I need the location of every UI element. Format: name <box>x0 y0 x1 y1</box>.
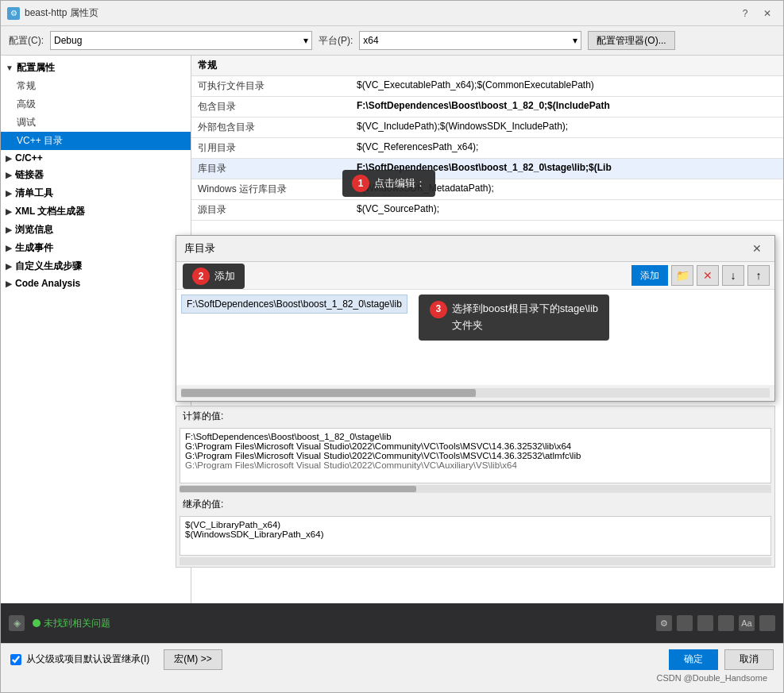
sidebar-item-linker[interactable]: ▶ 链接器 <box>1 166 191 184</box>
config-manager-button[interactable]: 配置管理器(O)... <box>588 31 674 50</box>
prop-name-lib: 库目录 <box>191 159 350 179</box>
prop-name-ref: 引用目录 <box>191 138 350 159</box>
prop-name-ext-include: 外部包含目录 <box>191 117 350 138</box>
expand-arrow-icon: ▼ <box>6 64 14 72</box>
table-row[interactable]: 源目录 $(VC_SourcePath); <box>191 200 783 221</box>
cpp-arrow-icon: ▶ <box>6 154 12 163</box>
code-analysis-label: Code Analysis <box>15 278 80 289</box>
sidebar-item-general[interactable]: 常规 <box>1 77 191 95</box>
code-analysis-arrow-icon: ▶ <box>6 279 12 288</box>
table-row[interactable]: 可执行文件目录 $(VC_ExecutablePath_x64);$(Commo… <box>191 76 783 97</box>
bottom-icon-1: ◈ <box>9 615 25 631</box>
status-text: 未找到相关问题 <box>33 617 110 630</box>
manifest-arrow-icon: ▶ <box>6 189 12 198</box>
config-label: 配置(C): <box>9 34 44 48</box>
sidebar-item-vcpp-dirs[interactable]: VC++ 目录 <box>1 132 191 150</box>
footer-left: 从父级或项目默认设置继承(I) 宏(M) >> <box>10 649 222 670</box>
title-bar: ⚙ beast-http 属性页 ? ✕ <box>1 1 783 26</box>
prop-value-src: $(VC_SourcePath); <box>350 200 783 221</box>
action-row: 从父级或项目默认设置继承(I) 宏(M) >> 确定 取消 <box>1 643 783 675</box>
xml-arrow-icon: ▶ <box>6 207 12 216</box>
prop-value-ref: $(VC_ReferencesPath_x64); <box>350 138 783 159</box>
prop-value-executable: $(VC_ExecutablePath_x64);$(CommonExecuta… <box>350 76 783 97</box>
sidebar-item-build-events[interactable]: ▶ 生成事件 <box>1 239 191 257</box>
cpp-label: C/C++ <box>15 152 43 164</box>
table-row[interactable]: 库目录 F:\SoftDependences\Boost\boost_1_82_… <box>191 159 783 179</box>
config-select[interactable]: Debug ▾ <box>50 31 312 50</box>
title-controls: ? ✕ <box>736 6 777 21</box>
table-row[interactable]: 引用目录 $(VC_ReferencesPath_x64); <box>191 138 783 159</box>
custom-build-label: 自定义生成步骤 <box>15 260 82 273</box>
table-row[interactable]: Windows 运行库目录 $(WindowsSDK_MetadataPath)… <box>191 179 783 200</box>
properties-table: 可执行文件目录 $(VC_ExecutablePath_x64);$(Commo… <box>191 76 783 221</box>
help-button[interactable]: ? <box>736 6 755 21</box>
sidebar-item-xml-gen[interactable]: ▶ XML 文档生成器 <box>1 202 191 221</box>
sidebar-item-debug[interactable]: 调试 <box>1 114 191 132</box>
prop-value-ext-include: $(VC_IncludePath);$(WindowsSDK_IncludePa… <box>350 117 783 138</box>
status-dot <box>33 619 41 627</box>
bottom-icon-3[interactable] <box>697 615 713 631</box>
prop-value-winrt: $(WindowsSDK_MetadataPath); <box>350 179 783 200</box>
platform-value: x64 <box>363 35 378 46</box>
cancel-button[interactable]: 取消 <box>724 649 774 670</box>
ok-button[interactable]: 确定 <box>669 649 718 670</box>
xml-label: XML 文档生成器 <box>15 205 85 218</box>
dialog-buttons: 确定 取消 <box>669 649 774 670</box>
custom-build-arrow-icon: ▶ <box>6 262 12 271</box>
table-row[interactable]: 外部包含目录 $(VC_IncludePath);$(WindowsSDK_In… <box>191 117 783 138</box>
close-button[interactable]: ✕ <box>758 6 777 21</box>
sidebar: ▼ 配置属性 常规 高级 调试 VC++ 目录 ▶ C/C++ ▶ 链接器 ▶ … <box>1 56 191 603</box>
config-chevron-icon: ▾ <box>303 35 308 46</box>
window-title: beast-http 属性页 <box>25 6 98 20</box>
content-header: 常规 <box>191 56 783 76</box>
browse-label: 浏览信息 <box>15 223 53 237</box>
watermark: CSDN @Double_Handsome <box>656 673 767 683</box>
sidebar-item-code-analysis[interactable]: ▶ Code Analysis <box>1 275 191 291</box>
macro-button[interactable]: 宏(M) >> <box>164 649 222 670</box>
prop-value-include: F:\SoftDependences\Boost\boost_1_82_0;$(… <box>350 97 783 117</box>
sidebar-item-advanced[interactable]: 高级 <box>1 95 191 114</box>
bottom-icon-5[interactable]: Aa <box>739 615 755 631</box>
inherit-checkbox[interactable] <box>10 654 21 665</box>
inherit-checkbox-row: 从父级或项目默认设置继承(I) <box>10 653 149 666</box>
bottom-icon-2[interactable] <box>677 615 693 631</box>
linker-arrow-icon: ▶ <box>6 171 12 179</box>
prop-name-executable: 可执行文件目录 <box>191 76 350 97</box>
sidebar-item-manifest[interactable]: ▶ 清单工具 <box>1 184 191 202</box>
platform-label: 平台(P): <box>319 34 353 48</box>
prop-name-src: 源目录 <box>191 200 350 221</box>
manifest-label: 清单工具 <box>15 187 53 200</box>
app-icon: ⚙ <box>7 7 20 20</box>
content-area: 常规 可执行文件目录 $(VC_ExecutablePath_x64);$(Co… <box>191 56 783 603</box>
browse-arrow-icon: ▶ <box>6 225 12 234</box>
build-events-label: 生成事件 <box>15 241 53 255</box>
toolbar-row: 配置(C): Debug ▾ 平台(P): x64 ▾ 配置管理器(O)... <box>1 26 783 56</box>
main-dialog: ⚙ beast-http 属性页 ? ✕ 配置(C): Debug ▾ 平台(P… <box>0 0 784 693</box>
linker-label: 链接器 <box>15 168 44 182</box>
sidebar-item-cpp[interactable]: ▶ C/C++ <box>1 150 191 166</box>
prop-value-lib: F:\SoftDependences\Boost\boost_1_82_0\st… <box>350 159 783 179</box>
inherit-label: 从父级或项目默认设置继承(I) <box>26 653 149 666</box>
sidebar-section-label: 配置属性 <box>17 61 55 75</box>
table-row[interactable]: 包含目录 F:\SoftDependences\Boost\boost_1_82… <box>191 97 783 117</box>
sidebar-section-config-properties[interactable]: ▼ 配置属性 <box>1 59 191 77</box>
platform-select[interactable]: x64 ▾ <box>359 31 581 50</box>
bottom-icon-4[interactable] <box>718 615 734 631</box>
prop-name-winrt: Windows 运行库目录 <box>191 179 350 200</box>
sidebar-item-browse[interactable]: ▶ 浏览信息 <box>1 221 191 239</box>
build-events-arrow-icon: ▶ <box>6 244 12 252</box>
bottom-icon-6[interactable] <box>759 615 775 631</box>
sidebar-item-custom-build[interactable]: ▶ 自定义生成步骤 <box>1 257 191 275</box>
bottom-icon-tools[interactable]: ⚙ <box>656 615 672 631</box>
config-value: Debug <box>54 35 82 46</box>
prop-name-include: 包含目录 <box>191 97 350 117</box>
platform-chevron-icon: ▾ <box>573 35 577 46</box>
title-bar-left: ⚙ beast-http 属性页 <box>7 6 98 20</box>
main-content: ▼ 配置属性 常规 高级 调试 VC++ 目录 ▶ C/C++ ▶ 链接器 ▶ … <box>1 56 783 603</box>
bottom-icons: ⚙ Aa <box>656 615 775 631</box>
bottom-bar: ◈ 未找到相关问题 ⚙ Aa <box>1 603 783 643</box>
